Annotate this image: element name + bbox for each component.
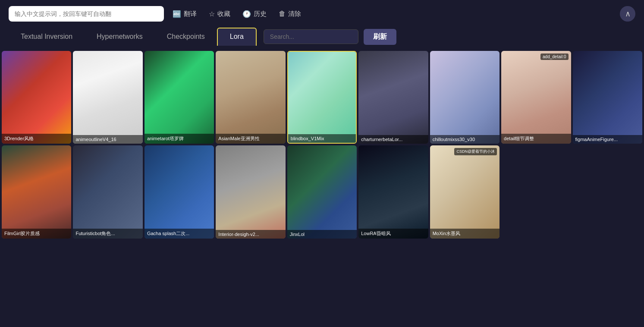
card-image-interior xyxy=(216,145,285,238)
card-image-lowra xyxy=(358,145,428,238)
card-badge-moxin: CSDN@爱着节的小沐 xyxy=(454,148,497,155)
card-label-asianmale: AsianMale亚洲男性 xyxy=(216,134,285,144)
favorites-button[interactable]: ☆ 收藏 xyxy=(209,10,230,18)
clear-label: 清除 xyxy=(288,10,301,18)
card-blindbox[interactable]: blindbox_V1Mix xyxy=(287,51,357,144)
card-label-moxin: MoXin水墨风 xyxy=(430,229,499,239)
card-label-interior: Interior-desigh-v2... xyxy=(216,230,285,239)
clear-button[interactable]: 🗑 清除 xyxy=(279,10,301,18)
card-label-detail: detail细节调整 xyxy=(501,134,571,144)
prompt-input[interactable] xyxy=(9,6,164,22)
card-interior[interactable]: Interior-desigh-v2... xyxy=(216,145,285,238)
card-figma[interactable]: figmaAnimeFigure... xyxy=(573,51,642,144)
collapse-button[interactable]: ∧ xyxy=(620,6,635,22)
tabs-bar: Textual Inversion Hypernetworks Checkpoi… xyxy=(0,28,644,46)
card-image-animetarot xyxy=(145,51,214,144)
card-image-jinxlol xyxy=(287,145,357,238)
card-3drender[interactable]: 3Drender风格 xyxy=(2,51,71,144)
card-charturner[interactable]: charturnerbetaLor... xyxy=(358,51,428,144)
card-image-filmgirl xyxy=(2,145,71,238)
top-actions: 🔤 翻译 ☆ 收藏 🕐 历史 🗑 清除 xyxy=(173,10,301,18)
card-moxin[interactable]: CSDN@爱着节的小沐 MoXin水墨风 xyxy=(430,145,499,238)
card-chillout[interactable]: chilloutmixss30_v30 xyxy=(430,51,499,144)
card-label-futuristic: Futuristicbot角色... xyxy=(73,229,142,239)
search-input[interactable] xyxy=(264,29,358,44)
card-label-jinxlol: JinxLol xyxy=(287,230,357,239)
card-label-gacha: Gacha splash二次... xyxy=(145,229,214,239)
card-lowra[interactable]: LowRA昏暗风 xyxy=(358,145,428,238)
card-jinxlol[interactable]: JinxLol xyxy=(287,145,357,238)
card-image-figma xyxy=(573,51,642,144)
card-image-futuristic xyxy=(73,145,142,238)
card-label-chillout: chilloutmixss30_v30 xyxy=(430,135,499,144)
history-label: 历史 xyxy=(254,10,267,18)
card-label-anime-outline: animeoutlineV4_16 xyxy=(73,135,142,144)
card-image-3drender xyxy=(2,51,71,144)
translate-icon: 🔤 xyxy=(173,10,181,18)
card-image-chillout xyxy=(430,51,499,144)
card-badge-detail: add_detail:0 xyxy=(540,53,569,60)
tab-checkpoints[interactable]: Checkpoints xyxy=(155,28,217,45)
refresh-button[interactable]: 刷新 xyxy=(364,29,396,45)
card-label-blindbox: blindbox_V1Mix xyxy=(288,134,356,143)
clock-icon: 🕐 xyxy=(242,10,251,18)
card-detail[interactable]: add_detail:0 detail细节调整 xyxy=(501,51,571,144)
card-asianmale[interactable]: AsianMale亚洲男性 xyxy=(216,51,285,144)
star-icon: ☆ xyxy=(209,10,215,18)
card-label-lowra: LowRA昏暗风 xyxy=(358,229,428,239)
translate-label: 翻译 xyxy=(184,10,197,18)
card-anime-outline[interactable]: animeoutlineV4_16 xyxy=(73,51,142,144)
card-image-asianmale xyxy=(216,51,285,144)
card-label-animetarot: animetarot塔罗牌 xyxy=(145,134,214,144)
tab-textual-inversion[interactable]: Textual Inversion xyxy=(9,28,85,45)
card-animetarot[interactable]: animetarot塔罗牌 xyxy=(145,51,214,144)
chevron-up-icon: ∧ xyxy=(625,9,631,19)
card-filmgirl[interactable]: FilmGirl胶片质感 xyxy=(2,145,71,238)
card-image-gacha xyxy=(145,145,214,238)
card-futuristic[interactable]: Futuristicbot角色... xyxy=(73,145,142,238)
tab-hypernetworks[interactable]: Hypernetworks xyxy=(85,28,155,45)
card-label-figma: figmaAnimeFigure... xyxy=(573,135,642,144)
card-label-filmgirl: FilmGirl胶片质感 xyxy=(2,229,71,239)
card-label-charturner: charturnerbetaLor... xyxy=(358,135,428,144)
gallery: 3Drender风格 animeoutlineV4_16 animetarot塔… xyxy=(0,49,644,240)
card-gacha[interactable]: Gacha splash二次... xyxy=(145,145,214,238)
card-label-3drender: 3Drender风格 xyxy=(2,134,71,144)
trash-icon: 🗑 xyxy=(279,10,286,18)
top-bar: 🔤 翻译 ☆ 收藏 🕐 历史 🗑 清除 ∧ xyxy=(0,0,644,28)
translate-button[interactable]: 🔤 翻译 xyxy=(173,10,197,18)
card-image-moxin xyxy=(430,145,499,238)
card-image-blindbox xyxy=(288,52,356,143)
tab-lora[interactable]: Lora xyxy=(217,28,257,46)
favorites-label: 收藏 xyxy=(217,10,230,18)
history-button[interactable]: 🕐 历史 xyxy=(242,10,267,18)
card-image-charturner xyxy=(358,51,428,144)
card-image-detail xyxy=(501,51,571,144)
card-image-anime-outline xyxy=(73,51,142,144)
